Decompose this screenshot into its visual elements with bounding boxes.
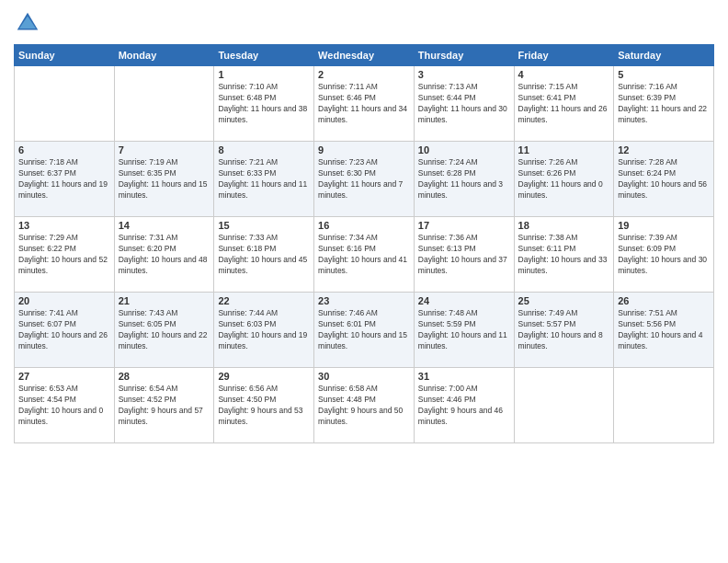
- calendar-cell: [114, 66, 214, 142]
- calendar-week-5: 27Sunrise: 6:53 AM Sunset: 4:54 PM Dayli…: [15, 368, 714, 443]
- day-number: 30: [318, 371, 410, 382]
- day-info: Sunrise: 7:18 AM Sunset: 6:37 PM Dayligh…: [18, 157, 110, 201]
- day-info: Sunrise: 7:44 AM Sunset: 6:03 PM Dayligh…: [218, 308, 310, 352]
- logo: [14, 9, 45, 37]
- calendar-cell: 26Sunrise: 7:51 AM Sunset: 5:56 PM Dayli…: [614, 293, 714, 368]
- day-number: 5: [618, 69, 710, 80]
- calendar-week-2: 6Sunrise: 7:18 AM Sunset: 6:37 PM Daylig…: [15, 142, 714, 217]
- day-info: Sunrise: 7:00 AM Sunset: 4:46 PM Dayligh…: [418, 384, 510, 428]
- calendar-week-4: 20Sunrise: 7:41 AM Sunset: 6:07 PM Dayli…: [15, 293, 714, 368]
- calendar-cell: 1Sunrise: 7:10 AM Sunset: 6:48 PM Daylig…: [214, 66, 314, 142]
- calendar-week-1: 1Sunrise: 7:10 AM Sunset: 6:48 PM Daylig…: [15, 66, 714, 142]
- calendar-header-monday: Monday: [114, 45, 214, 66]
- day-number: 19: [618, 220, 710, 231]
- day-number: 8: [218, 144, 310, 155]
- day-number: 11: [518, 144, 610, 155]
- day-number: 6: [18, 144, 110, 155]
- day-number: 28: [119, 371, 210, 382]
- day-info: Sunrise: 7:43 AM Sunset: 6:05 PM Dayligh…: [119, 308, 210, 352]
- day-info: Sunrise: 7:51 AM Sunset: 5:56 PM Dayligh…: [618, 308, 710, 352]
- day-number: 12: [618, 144, 710, 155]
- day-info: Sunrise: 7:24 AM Sunset: 6:28 PM Dayligh…: [418, 157, 510, 201]
- day-number: 15: [218, 220, 310, 231]
- day-number: 20: [18, 295, 110, 306]
- calendar-cell: 6Sunrise: 7:18 AM Sunset: 6:37 PM Daylig…: [15, 142, 115, 217]
- calendar-cell: 31Sunrise: 7:00 AM Sunset: 4:46 PM Dayli…: [414, 368, 514, 443]
- calendar-week-3: 13Sunrise: 7:29 AM Sunset: 6:22 PM Dayli…: [15, 217, 714, 293]
- day-number: 14: [119, 220, 210, 231]
- day-info: Sunrise: 7:39 AM Sunset: 6:09 PM Dayligh…: [618, 233, 710, 277]
- calendar-cell: 17Sunrise: 7:36 AM Sunset: 6:13 PM Dayli…: [414, 217, 514, 293]
- day-info: Sunrise: 7:29 AM Sunset: 6:22 PM Dayligh…: [18, 233, 110, 277]
- day-number: 13: [18, 220, 110, 231]
- calendar-cell: [15, 66, 115, 142]
- day-info: Sunrise: 7:46 AM Sunset: 6:01 PM Dayligh…: [318, 308, 410, 352]
- calendar-cell: 27Sunrise: 6:53 AM Sunset: 4:54 PM Dayli…: [15, 368, 115, 443]
- calendar-cell: 7Sunrise: 7:19 AM Sunset: 6:35 PM Daylig…: [114, 142, 214, 217]
- day-info: Sunrise: 6:54 AM Sunset: 4:52 PM Dayligh…: [119, 384, 210, 428]
- day-info: Sunrise: 7:49 AM Sunset: 5:57 PM Dayligh…: [518, 308, 610, 352]
- day-info: Sunrise: 7:21 AM Sunset: 6:33 PM Dayligh…: [218, 157, 310, 201]
- day-info: Sunrise: 7:13 AM Sunset: 6:44 PM Dayligh…: [418, 82, 510, 126]
- calendar-header-tuesday: Tuesday: [214, 45, 314, 66]
- page-header: [14, 9, 714, 37]
- day-info: Sunrise: 7:36 AM Sunset: 6:13 PM Dayligh…: [418, 233, 510, 277]
- day-number: 27: [18, 371, 110, 382]
- day-info: Sunrise: 7:16 AM Sunset: 6:39 PM Dayligh…: [618, 82, 710, 126]
- day-info: Sunrise: 7:19 AM Sunset: 6:35 PM Dayligh…: [119, 157, 210, 201]
- calendar-cell: 11Sunrise: 7:26 AM Sunset: 6:26 PM Dayli…: [514, 142, 614, 217]
- calendar-cell: 30Sunrise: 6:58 AM Sunset: 4:48 PM Dayli…: [314, 368, 415, 443]
- calendar-cell: 3Sunrise: 7:13 AM Sunset: 6:44 PM Daylig…: [414, 66, 514, 142]
- calendar-cell: 16Sunrise: 7:34 AM Sunset: 6:16 PM Dayli…: [314, 217, 415, 293]
- calendar-header-wednesday: Wednesday: [314, 45, 415, 66]
- calendar-cell: 10Sunrise: 7:24 AM Sunset: 6:28 PM Dayli…: [414, 142, 514, 217]
- calendar-header-friday: Friday: [514, 45, 614, 66]
- day-number: 2: [318, 69, 410, 80]
- day-number: 25: [518, 295, 610, 306]
- day-info: Sunrise: 7:15 AM Sunset: 6:41 PM Dayligh…: [518, 82, 610, 126]
- calendar-cell: [514, 368, 614, 443]
- calendar-header-sunday: Sunday: [15, 45, 115, 66]
- day-info: Sunrise: 7:33 AM Sunset: 6:18 PM Dayligh…: [218, 233, 310, 277]
- calendar-cell: 13Sunrise: 7:29 AM Sunset: 6:22 PM Dayli…: [15, 217, 115, 293]
- day-number: 18: [518, 220, 610, 231]
- calendar-cell: 12Sunrise: 7:28 AM Sunset: 6:24 PM Dayli…: [614, 142, 714, 217]
- day-number: 3: [418, 69, 510, 80]
- calendar-cell: 24Sunrise: 7:48 AM Sunset: 5:59 PM Dayli…: [414, 293, 514, 368]
- calendar-cell: 8Sunrise: 7:21 AM Sunset: 6:33 PM Daylig…: [214, 142, 314, 217]
- day-number: 21: [119, 295, 210, 306]
- calendar-cell: 9Sunrise: 7:23 AM Sunset: 6:30 PM Daylig…: [314, 142, 415, 217]
- day-number: 31: [418, 371, 510, 382]
- calendar-cell: [614, 368, 714, 443]
- day-info: Sunrise: 6:58 AM Sunset: 4:48 PM Dayligh…: [318, 384, 410, 428]
- day-info: Sunrise: 7:38 AM Sunset: 6:11 PM Dayligh…: [518, 233, 610, 277]
- calendar-cell: 14Sunrise: 7:31 AM Sunset: 6:20 PM Dayli…: [114, 217, 214, 293]
- calendar-header-row: SundayMondayTuesdayWednesdayThursdayFrid…: [15, 45, 714, 66]
- calendar-cell: 2Sunrise: 7:11 AM Sunset: 6:46 PM Daylig…: [314, 66, 415, 142]
- calendar-cell: 18Sunrise: 7:38 AM Sunset: 6:11 PM Dayli…: [514, 217, 614, 293]
- day-number: 10: [418, 144, 510, 155]
- day-number: 7: [119, 144, 210, 155]
- day-info: Sunrise: 7:31 AM Sunset: 6:20 PM Dayligh…: [119, 233, 210, 277]
- day-info: Sunrise: 7:41 AM Sunset: 6:07 PM Dayligh…: [18, 308, 110, 352]
- day-number: 1: [218, 69, 310, 80]
- calendar: SundayMondayTuesdayWednesdayThursdayFrid…: [14, 44, 714, 443]
- day-number: 24: [418, 295, 510, 306]
- calendar-cell: 19Sunrise: 7:39 AM Sunset: 6:09 PM Dayli…: [614, 217, 714, 293]
- day-number: 9: [318, 144, 410, 155]
- day-number: 4: [518, 69, 610, 80]
- calendar-cell: 25Sunrise: 7:49 AM Sunset: 5:57 PM Dayli…: [514, 293, 614, 368]
- day-number: 16: [318, 220, 410, 231]
- day-info: Sunrise: 7:11 AM Sunset: 6:46 PM Dayligh…: [318, 82, 410, 126]
- calendar-cell: 15Sunrise: 7:33 AM Sunset: 6:18 PM Dayli…: [214, 217, 314, 293]
- day-info: Sunrise: 7:10 AM Sunset: 6:48 PM Dayligh…: [218, 82, 310, 126]
- day-number: 22: [218, 295, 310, 306]
- day-info: Sunrise: 6:56 AM Sunset: 4:50 PM Dayligh…: [218, 384, 310, 428]
- day-number: 17: [418, 220, 510, 231]
- day-number: 23: [318, 295, 410, 306]
- day-number: 29: [218, 371, 310, 382]
- calendar-header-saturday: Saturday: [614, 45, 714, 66]
- logo-icon: [14, 9, 41, 37]
- calendar-cell: 20Sunrise: 7:41 AM Sunset: 6:07 PM Dayli…: [15, 293, 115, 368]
- day-info: Sunrise: 7:23 AM Sunset: 6:30 PM Dayligh…: [318, 157, 410, 201]
